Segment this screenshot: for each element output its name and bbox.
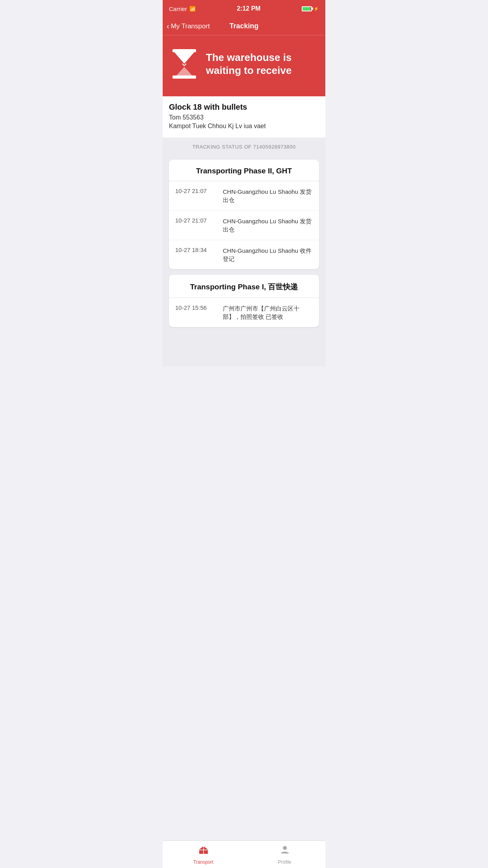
card-phase1-title: Transporting Phase I, 百世快递: [169, 275, 319, 298]
svg-rect-0: [172, 49, 196, 52]
status-bar-left: Carrier 📶: [169, 6, 196, 12]
hero-banner: The warehouse is waiting to receive: [163, 35, 325, 96]
tracking-card-phase2: Transporting Phase II, GHT 10-27 21:07 C…: [169, 160, 319, 269]
tracking-time: 10-27 18:34: [175, 246, 216, 263]
tracking-time: 10-27 21:07: [175, 188, 216, 204]
table-row: 10-27 15:56 广州市广州市【广州白云区十部】，拍照签收 已签收: [169, 298, 319, 327]
nav-bar: ‹ My Transport Tracking: [163, 17, 325, 35]
hero-status-text: The warehouse is waiting to receive: [206, 51, 317, 77]
back-button[interactable]: ‹ My Transport: [167, 22, 210, 31]
wifi-icon: 📶: [189, 6, 196, 12]
card-phase2-title: Transporting Phase II, GHT: [169, 160, 319, 181]
status-bar-right: ⚡: [302, 6, 319, 11]
tracking-time: 10-27 21:07: [175, 217, 216, 234]
package-contact: Tom 553563: [169, 114, 319, 121]
tracking-status-header: TRACKING STATUS OF 71405928973800: [163, 138, 325, 156]
back-arrow-icon: ‹: [167, 22, 169, 31]
svg-rect-1: [172, 75, 196, 79]
tracking-cards-container: Transporting Phase II, GHT 10-27 21:07 C…: [163, 156, 325, 366]
hourglass-icon: [171, 47, 198, 81]
charging-icon: ⚡: [314, 6, 319, 11]
back-label: My Transport: [171, 22, 210, 30]
tracking-desc: CHN-Guangzhou Lu Shaohu 发货出仓: [223, 217, 313, 234]
tracking-desc: CHN-Guangzhou Lu Shaohu 收件登记: [223, 246, 313, 263]
status-bar-time: 2:12 PM: [237, 5, 261, 12]
carrier-label: Carrier: [169, 6, 187, 12]
package-name: Glock 18 with bullets: [169, 103, 319, 112]
battery-icon: [302, 6, 312, 11]
tracking-card-phase1: Transporting Phase I, 百世快递 10-27 15:56 广…: [169, 275, 319, 327]
table-row: 10-27 21:07 CHN-Guangzhou Lu Shaohu 发货出仓: [169, 181, 319, 211]
table-row: 10-27 21:07 CHN-Guangzhou Lu Shaohu 发货出仓: [169, 211, 319, 240]
tracking-desc: CHN-Guangzhou Lu Shaohu 发货出仓: [223, 188, 313, 204]
tracking-number-label: TRACKING STATUS OF 71405928973800: [192, 144, 295, 150]
table-row: 10-27 18:34 CHN-Guangzhou Lu Shaohu 收件登记: [169, 240, 319, 269]
tracking-desc: 广州市广州市【广州白云区十部】，拍照签收 已签收: [223, 304, 313, 321]
package-info: Glock 18 with bullets Tom 553563 Kampot …: [163, 96, 325, 138]
page-title: Tracking: [229, 22, 259, 30]
status-bar: Carrier 📶 2:12 PM ⚡: [163, 0, 325, 17]
tracking-time: 10-27 15:56: [175, 304, 216, 321]
package-address: Kampot Tuek Chhou Kj Lv iua vaet: [169, 123, 319, 130]
